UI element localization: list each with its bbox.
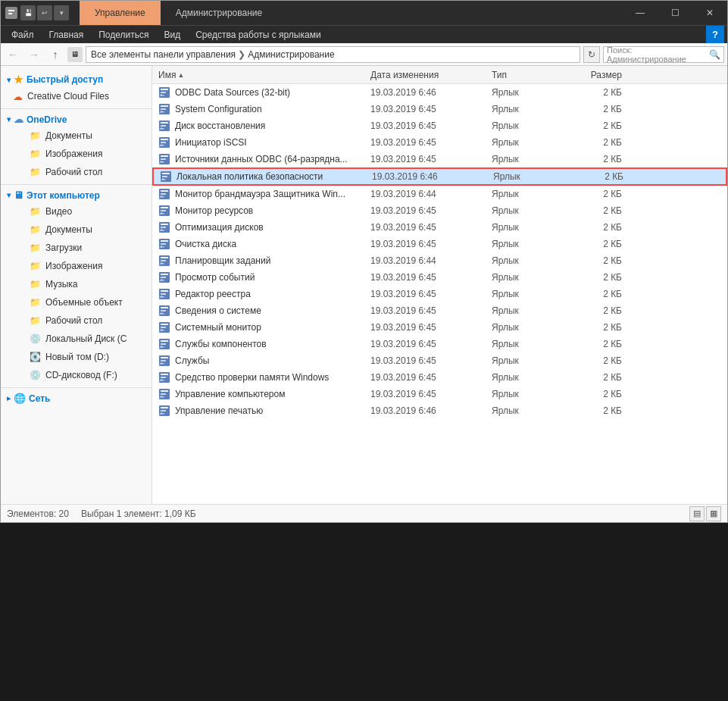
menu-view[interactable]: Вид <box>156 26 188 43</box>
sidebar-video[interactable]: 📁 Видео <box>1 202 152 221</box>
table-row[interactable]: Средство проверки памяти Windows 19.03.2… <box>152 369 727 386</box>
sidebar-cd[interactable]: 💿 CD-дисковод (F:) <box>1 366 152 384</box>
detail-view-btn[interactable]: ▤ <box>689 506 705 521</box>
svg-rect-33 <box>161 210 166 211</box>
maximize-button[interactable]: ☐ <box>658 1 692 25</box>
table-row[interactable]: Управление компьютером 19.03.2019 6:45 Я… <box>152 386 727 402</box>
thispc-label: Этот компьютер <box>27 190 100 201</box>
desktop-label-1: Рабочий стол <box>45 167 102 177</box>
file-type-cell: Ярлык <box>489 289 564 299</box>
up-button[interactable]: ↑ <box>46 45 64 64</box>
file-size-cell: 2 КБ <box>564 389 625 399</box>
svg-rect-4 <box>161 89 168 90</box>
table-row[interactable]: ODBC Data Sources (32-bit) 19.03.2019 6:… <box>152 84 727 101</box>
folder-icon-de2: 📁 <box>30 315 41 326</box>
file-size-cell: 2 КБ <box>564 239 625 249</box>
svg-rect-20 <box>161 155 168 157</box>
col-type-header[interactable]: Тип <box>489 70 564 80</box>
forward-button[interactable]: → <box>25 45 43 64</box>
sidebar-docs-2[interactable]: 📁 Документы <box>1 221 152 239</box>
quick-access-header[interactable]: ▾ ★ Быстрый доступ <box>1 72 152 87</box>
sidebar-desktop-2[interactable]: 📁 Рабочий стол <box>1 311 152 330</box>
table-row[interactable]: Оптимизация дисков 19.03.2019 6:45 Ярлык… <box>152 219 727 236</box>
dropdown-icon[interactable]: ▾ <box>54 5 69 20</box>
sidebar-local-disk[interactable]: 💿 Локальный Диск (С <box>1 330 152 348</box>
title-tab-admin[interactable]: Администрирование <box>161 1 277 25</box>
file-date-cell: 19.03.2019 6:45 <box>367 322 489 333</box>
objects3d-label: Объемные объект <box>45 297 123 308</box>
file-icon <box>158 153 170 165</box>
col-date-header[interactable]: Дата изменения <box>367 70 489 80</box>
table-row[interactable]: Системный монитор 19.03.2019 6:45 Ярлык … <box>152 319 727 336</box>
back-button[interactable]: ← <box>4 45 22 64</box>
sidebar-new-volume[interactable]: 💽 Новый том (D:) <box>1 348 152 366</box>
search-placeholder: Поиск: Администрирование <box>607 45 709 64</box>
table-row[interactable]: Диск восстановления 19.03.2019 6:45 Ярлы… <box>152 117 727 134</box>
sidebar-images-2[interactable]: 📁 Изображения <box>1 257 152 275</box>
file-name-text: Монитор ресурсов <box>175 205 253 216</box>
chevron-onedrive: ▾ <box>7 115 11 124</box>
sidebar-desktop-1[interactable]: 📁 Рабочий стол <box>1 163 152 181</box>
file-size-cell: 2 КБ <box>564 154 625 164</box>
divider-2 <box>1 184 152 185</box>
table-row[interactable]: Редактор реестра 19.03.2019 6:45 Ярлык 2… <box>152 286 727 302</box>
location-icon: 🖥 <box>67 47 83 62</box>
minimize-button[interactable]: — <box>623 1 658 25</box>
table-row[interactable]: Управление печатью 19.03.2019 6:46 Ярлык… <box>152 402 727 419</box>
table-row[interactable]: Просмотр событий 19.03.2019 6:45 Ярлык 2… <box>152 269 727 286</box>
sidebar-music[interactable]: 📁 Музыка <box>1 275 152 293</box>
file-name-text: Управление печатью <box>175 405 263 416</box>
table-row[interactable]: Монитор ресурсов 19.03.2019 6:45 Ярлык 2… <box>152 202 727 219</box>
file-icon <box>158 120 170 132</box>
sidebar-images-1[interactable]: 📁 Изображения <box>1 145 152 163</box>
sidebar-3d[interactable]: 📁 Объемные объект <box>1 293 152 311</box>
table-row[interactable]: Сведения о системе 19.03.2019 6:45 Ярлык… <box>152 302 727 319</box>
col-name-header[interactable]: Имя ▲ <box>155 70 367 80</box>
folder-icon-2: 📁 <box>30 149 41 159</box>
table-row[interactable]: Монитор брандмауэра Защитника Win... 19.… <box>152 186 727 202</box>
table-row[interactable]: Службы компонентов 19.03.2019 6:45 Ярлык… <box>152 336 727 352</box>
svg-rect-9 <box>161 108 166 110</box>
video-label: Видео <box>45 206 72 217</box>
help-button[interactable]: ? <box>706 26 724 44</box>
table-row[interactable]: Очистка диска 19.03.2019 6:45 Ярлык 2 КБ <box>152 236 727 252</box>
menu-file[interactable]: Файл <box>4 26 42 43</box>
search-box[interactable]: Поиск: Администрирование 🔍 <box>603 46 724 63</box>
file-date-cell: 19.03.2019 6:45 <box>367 104 489 114</box>
thispc-header[interactable]: ▾ 🖥 Этот компьютер <box>1 188 152 202</box>
close-button[interactable]: ✕ <box>692 1 727 25</box>
search-icon[interactable]: 🔍 <box>709 49 720 60</box>
menu-tools[interactable]: Средства работы с ярлыками <box>188 26 328 43</box>
svg-rect-1 <box>8 10 14 11</box>
save-icon[interactable]: 💾 <box>20 5 36 20</box>
table-row[interactable]: System Configuration 19.03.2019 6:45 Ярл… <box>152 101 727 117</box>
svg-rect-60 <box>161 324 168 325</box>
table-row[interactable]: Источники данных ODBC (64-разрядна... 19… <box>152 151 727 167</box>
divider-1 <box>1 108 152 109</box>
refresh-button[interactable]: ↻ <box>583 46 600 63</box>
menu-bar: Файл Главная Поделиться Вид Средства раб… <box>1 25 727 43</box>
title-tab-management[interactable]: Управление <box>80 1 161 25</box>
col-size-header[interactable]: Размер <box>564 70 625 80</box>
undo-icon[interactable]: ↩ <box>37 5 52 20</box>
menu-home[interactable]: Главная <box>42 26 92 43</box>
svg-rect-32 <box>161 207 168 208</box>
cd-label: CD-дисковод (F:) <box>45 370 117 380</box>
table-row[interactable]: Планировщик заданий 19.03.2019 6:44 Ярлы… <box>152 252 727 269</box>
svg-rect-52 <box>161 290 168 292</box>
sidebar-cloud-files[interactable]: ☁ Creative Cloud Files <box>1 87 152 105</box>
file-size-cell: 2 КБ <box>564 305 625 316</box>
table-row[interactable]: Инициатор iSCSI 19.03.2019 6:45 Ярлык 2 … <box>152 134 727 151</box>
table-row[interactable]: Локальная политика безопасности 19.03.20… <box>152 167 727 186</box>
table-row[interactable]: Службы 19.03.2019 6:45 Ярлык 2 КБ <box>152 352 727 369</box>
file-icon <box>158 388 170 400</box>
network-header[interactable]: ▸ 🌐 Сеть <box>1 391 152 405</box>
file-size-cell: 2 КБ <box>564 189 625 199</box>
sidebar-downloads[interactable]: 📁 Загрузки <box>1 239 152 257</box>
list-view-btn[interactable]: ▦ <box>706 506 721 521</box>
menu-share[interactable]: Поделиться <box>91 26 156 43</box>
file-icon <box>158 305 170 317</box>
sidebar-docs-1[interactable]: 📁 Документы <box>1 127 152 145</box>
onedrive-header[interactable]: ▾ ☁ OneDrive <box>1 112 152 127</box>
address-path[interactable]: Все элементы панели управления ❯ Админис… <box>86 46 580 63</box>
